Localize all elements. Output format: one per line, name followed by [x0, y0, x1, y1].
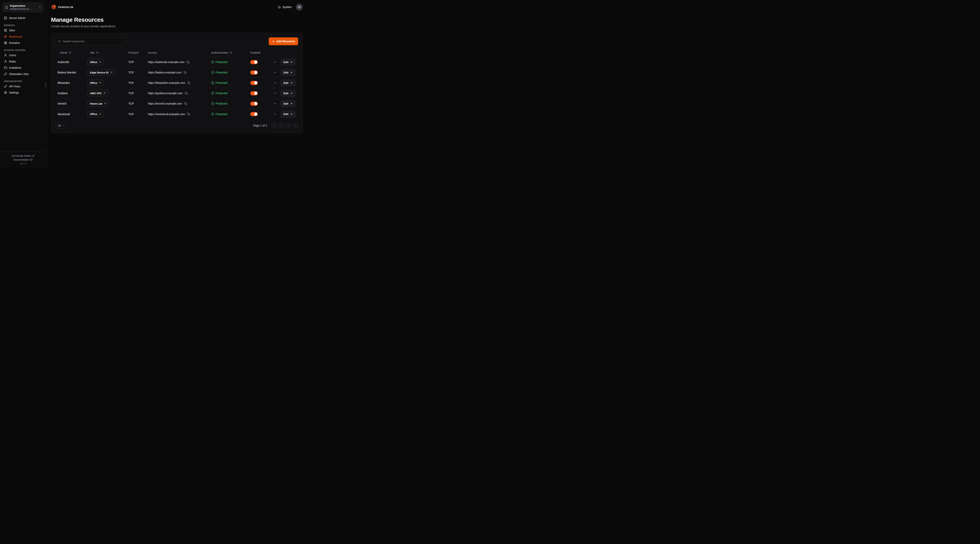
column-header-name[interactable]: Name: [57, 51, 87, 54]
sidebar-item-shareable-links[interactable]: Shareable Links: [3, 71, 43, 77]
protocol: TCP: [128, 60, 148, 63]
plus-icon: [272, 40, 275, 43]
mail-icon: [4, 66, 7, 69]
sidebar-item-roles[interactable]: Roles: [3, 59, 43, 65]
edit-button[interactable]: Edit: [281, 69, 295, 76]
copy-button[interactable]: [183, 71, 187, 75]
enabled-toggle[interactable]: [250, 102, 258, 106]
page-size-select[interactable]: 20: [56, 122, 67, 128]
sidebar-footer: Community Edition Documentation v1.7.0: [0, 152, 46, 168]
column-header-authentication[interactable]: Authentication: [211, 51, 250, 54]
sidebar-item-domains[interactable]: Domains: [3, 40, 43, 46]
sidebar-item-resources[interactable]: Resources: [3, 33, 43, 40]
copy-icon: [187, 113, 190, 116]
sidebar-item-label: Sites: [9, 29, 15, 32]
add-resource-button[interactable]: Add Resource: [269, 37, 298, 45]
auth-badge: Protected: [211, 102, 250, 105]
arrow-right-icon: [290, 92, 293, 95]
moon-icon: [278, 6, 281, 9]
edit-button[interactable]: Edit: [281, 59, 295, 65]
enabled-toggle[interactable]: [250, 60, 258, 64]
column-header-site[interactable]: Site: [87, 51, 128, 54]
sort-icon: [230, 51, 232, 54]
edit-button[interactable]: Edit: [281, 79, 295, 86]
edit-button[interactable]: Edit: [281, 111, 295, 117]
table-row: Immich Home Lab TCP https://immich.examp…: [56, 98, 298, 109]
sidebar-item-server-admin[interactable]: Server Admin: [3, 15, 43, 21]
sidebar-item-invitations[interactable]: Invitations: [3, 65, 43, 71]
sidebar-nav: Server Admin GENERAL Sites Resources Dom…: [0, 14, 46, 152]
search-box: [56, 37, 126, 45]
enabled-toggle[interactable]: [250, 112, 258, 116]
brand-name: PANGOLIN: [58, 6, 73, 9]
copy-button[interactable]: [185, 92, 188, 95]
last-page-button[interactable]: [293, 123, 298, 128]
sidebar-item-label: Server Admin: [9, 16, 25, 20]
sidebar-item-label: Resources: [9, 35, 22, 38]
shield-check-icon: [211, 60, 214, 63]
org-selector[interactable]: Organization milo@fossorial.io's ...: [3, 3, 43, 12]
table-header-row: Name Site Protocol Access Authentication…: [56, 48, 298, 57]
previous-page-button[interactable]: [278, 123, 284, 128]
enabled-toggle[interactable]: [250, 91, 258, 95]
shield-check-icon: [211, 71, 214, 74]
sort-icon: [96, 51, 99, 54]
next-page-button[interactable]: [286, 123, 291, 128]
edit-button[interactable]: Edit: [281, 100, 295, 107]
enabled-toggle[interactable]: [250, 70, 258, 75]
site-chip[interactable]: Office: [87, 79, 104, 86]
sidebar: Organization milo@fossorial.io's ... Ser…: [0, 0, 46, 168]
sidebar-item-label: Invitations: [9, 66, 21, 69]
edit-button[interactable]: Edit: [281, 90, 295, 97]
site-chip[interactable]: Edge Device 01: [87, 69, 115, 76]
access-url: https://immich.example.com: [148, 102, 182, 105]
search-input[interactable]: [63, 40, 123, 43]
row-menu-button[interactable]: [273, 112, 278, 116]
sidebar-item-api-keys[interactable]: API Keys: [3, 83, 43, 89]
site-chip[interactable]: AWS VPC: [87, 90, 108, 97]
sidebar-item-sites[interactable]: Sites: [3, 27, 43, 33]
enabled-toggle[interactable]: [250, 81, 258, 85]
site-chip[interactable]: Office: [87, 111, 104, 117]
first-page-button[interactable]: [272, 123, 277, 128]
sidebar-scrollbar-thumb[interactable]: [45, 82, 46, 87]
shield-check-icon: [211, 81, 214, 84]
sidebar-item-users[interactable]: Users: [3, 52, 43, 59]
shield-check-icon: [211, 113, 214, 116]
resource-name: Immich: [57, 102, 87, 105]
auth-badge: Protected: [211, 71, 250, 74]
arrow-right-icon: [290, 81, 293, 84]
chevron-left-icon: [280, 124, 283, 127]
avatar[interactable]: M: [296, 4, 302, 10]
sidebar-item-settings[interactable]: Settings: [3, 89, 43, 96]
row-menu-button[interactable]: [273, 81, 278, 85]
auth-badge: Protected: [211, 92, 250, 95]
ellipsis-icon: [274, 102, 277, 105]
site-chip[interactable]: Office: [87, 59, 104, 65]
row-menu-button[interactable]: [273, 91, 278, 95]
row-menu-button[interactable]: [273, 101, 278, 106]
brand: PANGOLIN: [51, 4, 73, 10]
table-row: Bitwarden Office TCP https://bitwarden.e…: [56, 78, 298, 88]
user-icon: [4, 60, 7, 63]
chevrons-left-icon: [273, 124, 275, 127]
sidebar-item-label: Roles: [9, 60, 16, 63]
top-right: System M: [278, 4, 302, 10]
column-header-enabled: Enabled: [250, 51, 296, 54]
page-header: Manage Resources Create secure proxies t…: [51, 16, 302, 28]
auth-badge: Protected: [211, 113, 250, 116]
arrow-up-right-icon: [99, 82, 101, 84]
building-icon: [5, 6, 8, 9]
row-menu-button[interactable]: [273, 70, 278, 75]
org-subtitle: milo@fossorial.io's ...: [10, 8, 37, 10]
row-menu-button[interactable]: [273, 60, 278, 64]
copy-button[interactable]: [187, 112, 191, 116]
copy-button[interactable]: [186, 60, 190, 64]
site-chip[interactable]: Home Lab: [87, 100, 109, 107]
community-edition-link[interactable]: Community Edition: [0, 154, 46, 158]
copy-button[interactable]: [184, 102, 188, 106]
documentation-link[interactable]: Documentation: [0, 158, 46, 162]
copy-button[interactable]: [187, 81, 191, 85]
shield-check-icon: [211, 92, 214, 95]
theme-toggle-button[interactable]: System: [278, 5, 292, 9]
